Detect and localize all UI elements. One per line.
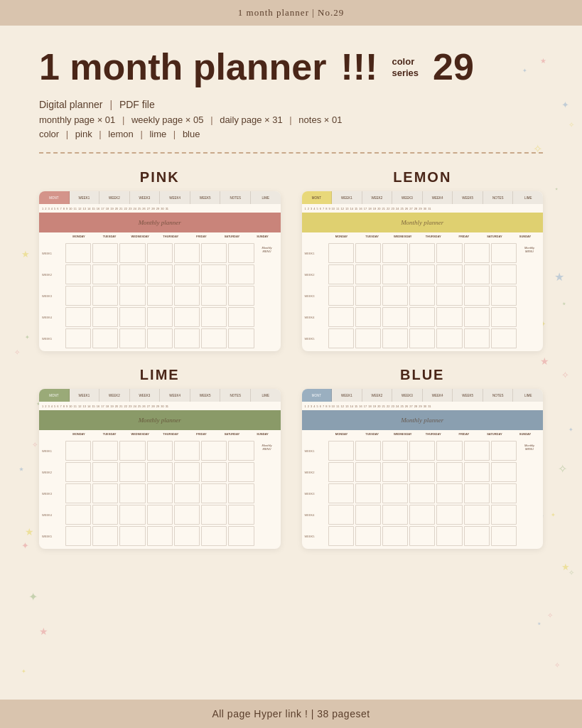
week-label-week2: WEEK2: [305, 264, 326, 284]
card-header-band-lemon: Monthly planner: [302, 213, 544, 232]
card-tab-mont[interactable]: MONT: [39, 389, 70, 402]
calendar-cell: [92, 243, 118, 263]
card-tab-week3[interactable]: WEEK3: [130, 191, 161, 204]
day-header-wednesday: WEDNESDAY: [125, 432, 155, 436]
calendar-cell: [355, 307, 381, 327]
day-header-sunday: SUNDAY: [247, 235, 277, 238]
calendar-cell: [382, 286, 408, 306]
day-header-thursday: THURSDAY: [419, 235, 448, 238]
calendar-cell: [119, 441, 145, 461]
calendar-cell: [409, 264, 435, 284]
decorative-star: ✦: [28, 590, 38, 604]
decorative-star: ✧: [554, 661, 560, 669]
day-header-monday: MONDAY: [64, 432, 94, 436]
card-tab-week4[interactable]: WEEK4: [423, 191, 453, 204]
card-tab-notes[interactable]: NOTES: [483, 191, 514, 204]
calendar-row: [328, 462, 517, 482]
number-29: 29: [433, 47, 474, 87]
calendar-cell: [92, 264, 118, 284]
calendar-cell: [92, 483, 118, 503]
card-tab-week3[interactable]: WEEK3: [392, 191, 423, 204]
footer-text: All page Hyper link ! | 38 pageset: [212, 708, 370, 719]
detail-color: color: [39, 129, 59, 139]
detail-lime: lime: [149, 129, 166, 139]
card-tab-lime[interactable]: LIME: [251, 191, 281, 204]
card-side-menu-lime: MonthlyMENU: [257, 441, 278, 546]
week-label-week1: WEEK1: [42, 441, 63, 461]
calendar-cell: [147, 307, 173, 327]
calendar-cell: [436, 462, 462, 482]
calendar-row: [65, 264, 254, 284]
card-tab-week1[interactable]: WEEK1: [332, 191, 362, 204]
product-title-row: 1 month planner !!! colorseries 29: [39, 47, 543, 87]
calendar-cell: [491, 526, 517, 546]
decorative-star: ✧: [547, 611, 553, 619]
card-header-band-pink: Monthly planner: [39, 213, 281, 232]
calendar-cell: [328, 526, 354, 546]
calendar-cell: [65, 505, 91, 525]
card-tab-week1[interactable]: WEEK1: [332, 389, 362, 402]
card-tab-week1[interactable]: WEEK1: [70, 389, 100, 402]
calendar-cell: [382, 441, 408, 461]
day-header-tuesday: TUESDAY: [357, 235, 387, 238]
card-tab-mont[interactable]: MONT: [302, 389, 333, 402]
card-tab-week5[interactable]: WEEK5: [190, 191, 221, 204]
card-tab-week5[interactable]: WEEK5: [453, 389, 483, 402]
decorative-star: ⋆: [537, 619, 542, 629]
footer-bar: All page Hyper link ! | 38 pageset: [0, 700, 582, 728]
card-tab-week2[interactable]: WEEK2: [362, 389, 393, 402]
card-tab-week4[interactable]: WEEK4: [160, 389, 190, 402]
card-tab-week2[interactable]: WEEK2: [362, 191, 393, 204]
calendar-cell: [436, 264, 462, 284]
calendar-cell: [491, 441, 517, 461]
calendar-cell: [174, 307, 200, 327]
card-tab-lime[interactable]: LIME: [513, 389, 543, 402]
card-tab-week4[interactable]: WEEK4: [423, 389, 453, 402]
calendar-cell: [147, 286, 173, 306]
calendar-cell: [409, 328, 435, 348]
detail-lemon: lemon: [108, 129, 133, 139]
calendar-cell: [328, 328, 354, 348]
card-tab-week1[interactable]: WEEK1: [70, 191, 100, 204]
monthly-menu-label: MonthlyMENU: [262, 246, 271, 253]
grid-area-lime: [65, 441, 254, 546]
calendar-cell: [382, 505, 408, 525]
card-tab-week4[interactable]: WEEK4: [160, 191, 190, 204]
calendar-cell: [228, 483, 254, 503]
calendar-cell: [228, 441, 254, 461]
planner-card-lime: MONTWEEK1WEEK2WEEK3WEEK4WEEK5NOTESLIME12…: [39, 389, 281, 549]
week-labels-pink: WEEK1WEEK2WEEK3WEEK4WEEK5: [42, 243, 63, 348]
card-tab-lime[interactable]: LIME: [251, 389, 281, 402]
card-tab-week3[interactable]: WEEK3: [130, 389, 161, 402]
day-header-wednesday: WEDNESDAY: [388, 235, 418, 238]
monthly-menu-label: MonthlyMENU: [524, 246, 534, 253]
card-tab-week5[interactable]: WEEK5: [453, 191, 483, 204]
card-tab-notes[interactable]: NOTES: [483, 389, 514, 402]
detail-notes: notes × 01: [298, 114, 342, 125]
calendar-cell: [409, 462, 435, 482]
card-tab-notes[interactable]: NOTES: [220, 389, 251, 402]
calendar-cell: [491, 243, 517, 263]
calendar-cell: [228, 328, 254, 348]
card-tab-lime[interactable]: LIME: [513, 191, 543, 204]
calendar-cell: [147, 328, 173, 348]
calendar-cell: [436, 243, 462, 263]
card-tab-notes[interactable]: NOTES: [220, 191, 251, 204]
day-header-tuesday: TUESDAY: [95, 432, 124, 436]
card-tab-week5[interactable]: WEEK5: [190, 389, 221, 402]
calendar-cell: [174, 483, 200, 503]
planner-label-blue: BLUE: [400, 367, 444, 383]
card-tab-week2[interactable]: WEEK2: [99, 389, 130, 402]
card-tab-week2[interactable]: WEEK2: [99, 191, 130, 204]
calendar-cell: [355, 328, 381, 348]
card-tab-week3[interactable]: WEEK3: [392, 389, 423, 402]
card-tab-mont[interactable]: MONT: [302, 191, 333, 204]
day-header-monday: MONDAY: [327, 432, 357, 436]
calendar-row: [328, 264, 517, 284]
calendar-cell: [464, 264, 490, 284]
calendar-cell: [355, 483, 381, 503]
calendar-cell: [119, 462, 145, 482]
calendar-row: [65, 462, 254, 482]
card-tab-mont[interactable]: MONT: [39, 191, 70, 204]
calendar-cell: [228, 462, 254, 482]
